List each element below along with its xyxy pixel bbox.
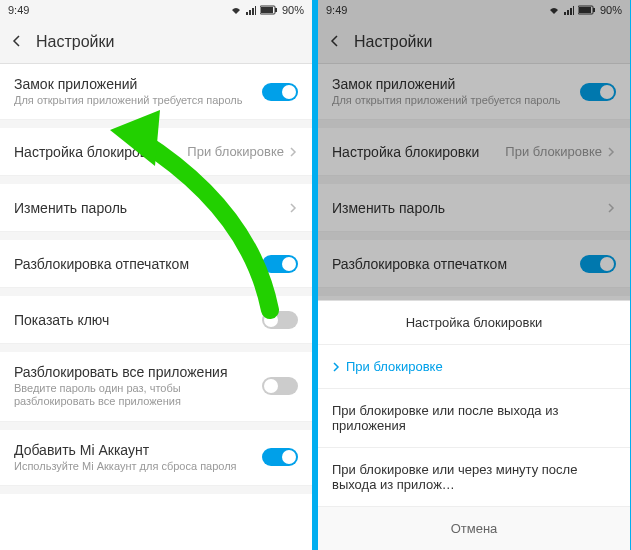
sheet-option-2[interactable]: При блокировке или после выхода из прило… [318,389,630,448]
toggle-show-key[interactable] [262,311,298,329]
spacer [0,422,312,430]
back-icon[interactable] [10,34,26,50]
row-title: Разблокировка отпечатком [14,256,262,272]
spacer [0,120,312,128]
battery-icon [260,5,278,15]
row-title: Изменить пароль [14,200,288,216]
row-change-pw[interactable]: Изменить пароль [0,184,312,232]
row-title: Добавить Mi Аккаунт [14,442,262,458]
phone-left: 9:49 90% Настройки Замок приложений Для … [0,0,312,550]
row-title: Настройка блокировки [14,144,187,160]
toggle-unlock-all[interactable] [262,377,298,395]
row-mi-account[interactable]: Добавить Mi Аккаунт Используйте Mi Аккау… [0,430,312,486]
action-sheet: Настройка блокировки При блокировке При … [318,300,630,550]
svg-rect-2 [275,8,277,12]
toggle-fingerprint[interactable] [262,255,298,273]
row-sub: Введите пароль один раз, чтобы разблокир… [14,382,262,408]
chevron-right-icon [288,203,298,213]
row-sub: Используйте Mi Аккаунт для сброса пароля [14,460,262,473]
battery-pct: 90% [282,4,304,16]
svg-rect-1 [261,7,273,13]
option-label: При блокировке или через минуту после вы… [332,462,616,492]
sheet-option-1[interactable]: При блокировке [318,345,630,389]
option-label: При блокировке [346,359,443,374]
row-title: Замок приложений [14,76,262,92]
row-lock-apps[interactable]: Замок приложений Для открытия приложений… [0,64,312,120]
chevron-right-icon [332,362,340,372]
page-title: Настройки [36,33,114,51]
sheet-cancel[interactable]: Отмена [318,507,630,550]
toggle-mi-account[interactable] [262,448,298,466]
phone-right: 9:49 90% Настройки Замок приложений Для … [318,0,630,550]
toggle-lock-apps[interactable] [262,83,298,101]
spacer [0,288,312,296]
sheet-title: Настройка блокировки [318,301,630,345]
option-label: При блокировке или после выхода из прило… [332,403,616,433]
spacer [0,486,312,494]
wifi-icon [230,5,242,15]
row-unlock-all[interactable]: Разблокировать все приложения Введите па… [0,352,312,421]
row-value: При блокировке [187,144,284,159]
spacer [0,344,312,352]
row-title: Разблокировать все приложения [14,364,262,380]
spacer [0,176,312,184]
chevron-right-icon [288,147,298,157]
status-bar: 9:49 90% [0,0,312,20]
settings-list: Замок приложений Для открытия приложений… [0,64,312,550]
row-sub: Для открытия приложений требуется пароль [14,94,262,107]
spacer [0,232,312,240]
row-show-key[interactable]: Показать ключ [0,296,312,344]
header: Настройки [0,20,312,64]
row-lock-setting[interactable]: Настройка блокировки При блокировке [0,128,312,176]
row-fingerprint[interactable]: Разблокировка отпечатком [0,240,312,288]
signal-icon [246,5,256,15]
sheet-option-3[interactable]: При блокировке или через минуту после вы… [318,448,630,507]
status-time: 9:49 [8,4,230,16]
row-title: Показать ключ [14,312,262,328]
